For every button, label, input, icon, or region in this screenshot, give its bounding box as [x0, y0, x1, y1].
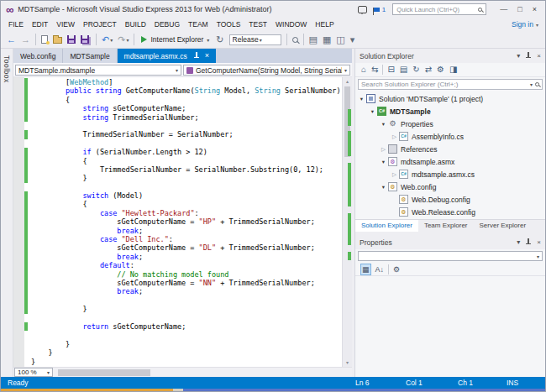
tree-item-references[interactable]: ▷References — [355, 143, 545, 155]
property-pages-icon[interactable]: ⚙ — [393, 264, 400, 274]
code-line[interactable]: string sGetComputerName; — [24, 104, 342, 112]
solution-explorer-titlebar[interactable]: Solution Explorer ▾ × — [355, 49, 545, 63]
menu-window[interactable]: WINDOW — [271, 18, 311, 31]
tree-item-web-release-config[interactable]: Web.Release.config — [355, 206, 545, 218]
code-line[interactable]: sGetComputerName = "NN" + TrimmedSerialN… — [24, 279, 342, 287]
breakpoint-margin[interactable] — [13, 77, 24, 367]
run-button[interactable]: Internet Explorer▾ — [137, 33, 213, 47]
menu-test[interactable]: TEST — [244, 18, 271, 31]
maximize-button[interactable]: □ — [512, 5, 527, 13]
code-line[interactable]: default: — [24, 261, 342, 269]
sign-in-link[interactable]: Sign in ▾ — [512, 20, 545, 29]
pin-icon[interactable] — [525, 52, 532, 60]
search-input[interactable]: Search Solution Explorer (Ctrl+;) ▾ — [358, 79, 543, 90]
feedback-icon[interactable] — [358, 6, 367, 13]
collapse-icon[interactable]: ▾ — [358, 96, 365, 102]
home-icon[interactable]: ⌂ — [361, 65, 366, 75]
menu-help[interactable]: HELP — [311, 18, 338, 31]
pin-icon[interactable] — [193, 52, 200, 60]
refresh-browser-icon[interactable]: ↻ — [213, 33, 226, 47]
window-position-icon[interactable]: ▾ — [517, 239, 520, 246]
close-icon[interactable]: × — [537, 239, 541, 246]
quick-launch-input[interactable]: Quick Launch (Ctrl+Q) — [392, 3, 486, 15]
window-position-icon[interactable]: ▾ — [517, 53, 520, 60]
switch-views-icon[interactable]: ⇆ — [371, 65, 378, 75]
tree-item-mdtsample-asmx[interactable]: ▾mdtsample.asmx — [355, 155, 545, 168]
close-button[interactable]: × — [528, 5, 542, 13]
collapse-icon[interactable]: ▾ — [380, 184, 387, 191]
code-line[interactable]: break; — [24, 287, 342, 295]
open-file-icon[interactable] — [50, 33, 65, 47]
alphabetical-icon[interactable]: A↓ — [375, 264, 385, 274]
expand-icon[interactable]: ▷ — [380, 146, 387, 153]
code-line[interactable] — [24, 139, 342, 148]
code-line[interactable]: switch (Model) — [24, 191, 342, 200]
menu-view[interactable]: VIEW — [52, 18, 79, 31]
minimize-button[interactable]: — — [495, 5, 512, 13]
show-all-files-icon[interactable]: ▤ — [400, 65, 407, 75]
menu-project[interactable]: PROJECT — [79, 18, 121, 31]
code-line[interactable] — [24, 183, 342, 191]
new-file-icon[interactable] — [39, 33, 50, 47]
editor-horizontal-scrollbar[interactable] — [56, 368, 350, 378]
tab-mdtsample[interactable]: MDTSample — [63, 49, 117, 63]
code-line[interactable]: case "Dell Inc.": — [24, 235, 342, 243]
code-lines[interactable]: [WebMethod] public string GetComputerNam… — [24, 78, 342, 367]
tree-item-mdtsample-asmx-cs[interactable]: ▷mdtsample.asmx.cs — [355, 168, 545, 180]
menu-tools[interactable]: TOOLS — [213, 18, 245, 31]
zoom-dropdown[interactable]: 100 % ▾ — [14, 368, 53, 377]
code-line[interactable]: // No matching model found — [24, 270, 342, 279]
find-in-files-icon[interactable] — [290, 33, 301, 47]
code-line[interactable] — [24, 314, 342, 322]
collapse-icon[interactable]: ▾ — [380, 159, 387, 165]
tree-item-properties[interactable]: ▾Properties — [355, 118, 545, 130]
code-line[interactable] — [24, 122, 342, 130]
code-line[interactable]: { — [24, 96, 342, 104]
properties-titlebar[interactable]: Properties ▾ × — [355, 235, 545, 249]
code-line[interactable]: case "Hewlett-Packard": — [24, 209, 342, 217]
code-line[interactable]: break; — [24, 227, 342, 235]
scroll-up-icon[interactable]: ▴ — [343, 78, 352, 85]
code-line[interactable]: public string GetComputerName(String Mod… — [24, 86, 342, 95]
scroll-down-icon[interactable]: ▾ — [343, 359, 352, 366]
expand-icon[interactable]: ▷ — [391, 171, 398, 178]
toolbar-overflow-icon[interactable]: ▾ — [348, 33, 358, 47]
close-icon[interactable]: × — [537, 53, 541, 60]
panel-tab-server-explorer[interactable]: Server Explorer — [474, 220, 533, 232]
scrollbar-thumb[interactable] — [58, 369, 150, 376]
collapse-icon[interactable]: ▾ — [380, 121, 387, 128]
code-line[interactable]: break; — [24, 253, 342, 261]
categorized-icon[interactable]: ▦ — [360, 264, 371, 275]
close-icon[interactable]: × — [205, 52, 209, 60]
code-line[interactable]: { — [24, 157, 342, 165]
menu-team[interactable]: TEAM — [184, 18, 213, 31]
nav-backward-icon[interactable]: ← — [4, 33, 18, 47]
pin-icon[interactable] — [525, 238, 532, 246]
code-line[interactable]: } — [24, 174, 342, 182]
save-all-icon[interactable] — [78, 33, 93, 47]
panel-tab-solution-explorer[interactable]: Solution Explorer — [355, 220, 418, 232]
tab-mdtsample-asmx-cs[interactable]: mdtsample.asmx.cs× — [118, 49, 216, 63]
panel-tab-team-explorer[interactable]: Team Explorer — [418, 220, 474, 232]
editor-vertical-scrollbar[interactable]: ▴ ▾ — [342, 77, 352, 367]
menu-build[interactable]: BUILD — [121, 18, 150, 31]
undo-icon[interactable]: ↶▾ — [99, 33, 115, 47]
collapse-all-icon[interactable]: ⊟ — [387, 65, 394, 75]
code-line[interactable] — [24, 331, 342, 339]
sync-with-active-document-icon[interactable]: ⇄ — [425, 65, 432, 75]
code-line[interactable]: sGetComputerName = "DL" + TrimmedSerialN… — [24, 243, 342, 252]
properties-icon[interactable]: ⚙ — [437, 65, 444, 75]
member-dropdown[interactable]: GetComputerName(String Model, String Ser… — [183, 65, 350, 76]
expand-icon[interactable]: ▷ — [391, 133, 398, 140]
code-line[interactable]: } — [24, 358, 342, 366]
menu-file[interactable]: FILE — [4, 18, 28, 31]
refresh-icon[interactable]: ↻ — [412, 65, 419, 75]
code-line[interactable]: return sGetComputerName; — [24, 322, 342, 331]
code-line[interactable]: } — [24, 348, 342, 357]
tree-item-web-config[interactable]: ▾Web.config — [355, 180, 545, 193]
code-line[interactable] — [24, 296, 342, 305]
properties-window-icon[interactable]: ▦ — [320, 33, 333, 47]
collapse-icon[interactable]: ▾ — [369, 108, 376, 115]
save-icon[interactable] — [65, 33, 78, 47]
properties-object-dropdown[interactable]: ▾ — [358, 251, 543, 261]
